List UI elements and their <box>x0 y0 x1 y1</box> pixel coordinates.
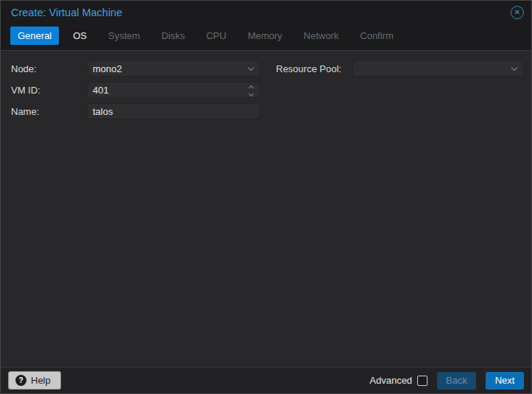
name-input[interactable] <box>93 106 244 117</box>
resource-pool-combo[interactable] <box>352 60 523 77</box>
dialog-footer: ? Help Advanced Back Next <box>1 367 531 393</box>
resource-pool-row: Resource Pool: <box>276 60 523 77</box>
resource-pool-label: Resource Pool: <box>276 63 352 74</box>
create-vm-dialog: Create: Virtual Machine ✕ General OS Sys… <box>0 0 532 394</box>
back-button[interactable]: Back <box>437 372 476 390</box>
dialog-titlebar: Create: Virtual Machine ✕ <box>1 1 531 24</box>
tab-cpu[interactable]: CPU <box>199 27 233 45</box>
dialog-title: Create: Virtual Machine <box>11 7 122 18</box>
close-icon: ✕ <box>514 9 520 16</box>
spin-down-button[interactable] <box>249 92 253 96</box>
vmid-row: VM ID: <box>11 82 521 98</box>
tab-general[interactable]: General <box>10 27 59 45</box>
chevron-down-icon <box>249 91 254 96</box>
tab-memory[interactable]: Memory <box>241 27 290 45</box>
vmid-spinner[interactable] <box>88 82 260 98</box>
node-dropdown-trigger[interactable] <box>249 66 253 70</box>
advanced-checkbox[interactable] <box>417 376 428 386</box>
node-label: Node: <box>11 63 88 74</box>
tab-disks[interactable]: Disks <box>154 27 192 45</box>
spin-up-button[interactable] <box>249 86 253 90</box>
name-field[interactable] <box>88 103 260 119</box>
vmid-label: VM ID: <box>11 85 88 96</box>
vmid-input[interactable] <box>93 85 244 96</box>
wizard-tab-bar: General OS System Disks CPU Memory Netwo… <box>1 24 531 50</box>
node-input[interactable] <box>93 63 244 74</box>
resource-pool-dropdown-trigger[interactable] <box>512 66 517 70</box>
resource-pool-input[interactable] <box>358 63 508 74</box>
node-combo[interactable] <box>88 60 260 77</box>
name-label: Name: <box>11 106 88 117</box>
tab-system[interactable]: System <box>101 27 147 45</box>
tab-confirm[interactable]: Confirm <box>352 27 401 45</box>
help-icon: ? <box>15 375 26 386</box>
chevron-down-icon <box>248 65 254 71</box>
help-button-label: Help <box>31 375 51 386</box>
tab-network[interactable]: Network <box>297 27 347 45</box>
general-form-panel: Node: VM ID: Name: <box>1 50 531 367</box>
tab-os[interactable]: OS <box>65 27 94 45</box>
advanced-label: Advanced <box>369 375 412 386</box>
help-button[interactable]: ? Help <box>8 371 61 390</box>
vmid-spin-buttons <box>249 82 253 99</box>
name-row: Name: <box>11 103 521 119</box>
footer-actions: Advanced Back Next <box>369 372 524 390</box>
close-button[interactable]: ✕ <box>511 6 524 19</box>
next-button[interactable]: Next <box>486 372 524 390</box>
chevron-down-icon <box>511 65 517 71</box>
chevron-up-icon <box>249 85 254 90</box>
